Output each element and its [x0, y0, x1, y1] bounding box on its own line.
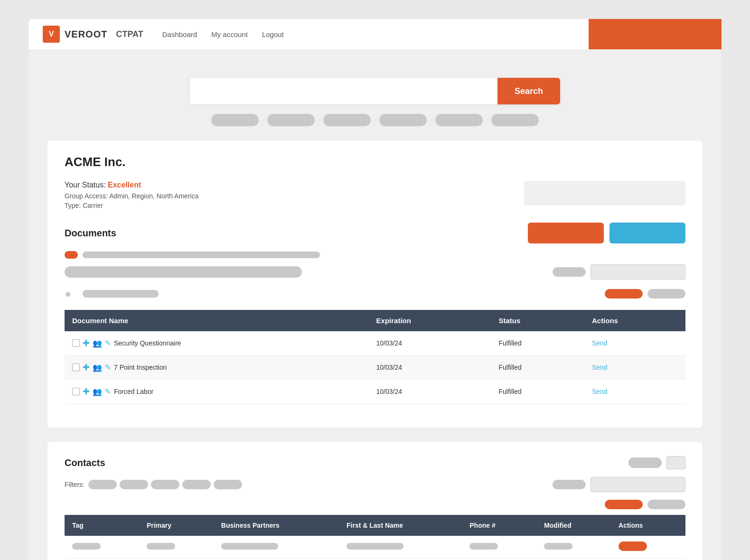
filter-pill-2[interactable] — [267, 114, 315, 126]
users-icon-3[interactable]: 👥 — [93, 387, 102, 396]
contact-primary-pill — [147, 543, 175, 550]
contact-phone-pill — [469, 543, 498, 550]
row-checkbox-1[interactable] — [72, 339, 80, 347]
table-row: ✚ 👥 ✎ Forced Labor 10/03/24 Fulfilled Se… — [65, 380, 685, 404]
user-btn-red[interactable] — [605, 289, 643, 299]
contacts-filter-input[interactable] — [591, 477, 685, 492]
users-icon-1[interactable]: 👥 — [93, 339, 102, 348]
status-row: Your Status: Excellent — [65, 181, 198, 189]
send-link-2[interactable]: Send — [592, 364, 608, 371]
logo-icon: V — [43, 26, 60, 43]
user-row-right — [605, 289, 685, 299]
documents-table: Document Name Expiration Status Actions — [65, 310, 685, 404]
col-status: Status — [491, 310, 584, 331]
brand-name: VEROOT — [65, 29, 107, 40]
documents-actions — [528, 223, 685, 243]
filters-label: Filters: — [65, 481, 84, 488]
contacts-btn-gray[interactable] — [647, 500, 685, 509]
contact-modified-pill — [544, 543, 572, 550]
contact-actions-cell — [611, 536, 685, 559]
edit-icon-2[interactable]: ✎ — [105, 363, 111, 372]
search-input[interactable] — [190, 78, 497, 104]
search-button[interactable]: Search — [497, 78, 560, 104]
filter-pill-1[interactable] — [211, 114, 259, 126]
contacts-col-phone: Phone # — [462, 515, 536, 536]
contacts-filter-row: Filters: — [65, 477, 685, 492]
group-access: Group Access: Admin, Region, North Ameri… — [65, 192, 198, 200]
nav-my-account[interactable]: My account — [211, 30, 248, 38]
status-right-widget — [524, 181, 685, 205]
contacts-filters-left: Filters: — [65, 480, 245, 489]
send-link-3[interactable]: Send — [592, 388, 608, 395]
contacts-title: Contacts — [65, 457, 105, 468]
contacts-table-head: Tag Primary Business Partners First & La… — [65, 515, 685, 536]
contact-action-btn[interactable] — [619, 541, 647, 551]
contacts-col-name: First & Last Name — [339, 515, 462, 536]
status-area: Your Status: Excellent Group Access: Adm… — [65, 181, 685, 209]
add-icon-3[interactable]: ✚ — [83, 386, 90, 397]
add-icon-1[interactable]: ✚ — [83, 338, 90, 348]
filter-tag-1[interactable] — [88, 480, 117, 489]
filter-pills-row — [47, 114, 703, 126]
contact-name-pill — [347, 543, 403, 550]
documents-orange-btn[interactable] — [528, 223, 604, 243]
col-actions: Actions — [584, 310, 685, 331]
contacts-toggle-box[interactable] — [666, 456, 685, 469]
edit-icon-3[interactable]: ✎ — [105, 387, 111, 396]
doc-filter-input[interactable] — [591, 264, 685, 280]
doc-name-1: Security Questionnaire — [114, 339, 181, 347]
filter-pill-3[interactable] — [323, 114, 371, 126]
search-wrapper: Search — [190, 78, 560, 104]
user-text — [83, 290, 159, 298]
user-btn-gray[interactable] — [647, 289, 685, 299]
doc-filter-row — [65, 264, 685, 280]
doc-name-cell: ✚ 👥 ✎ Forced Labor — [65, 380, 369, 404]
documents-blue-btn[interactable] — [609, 223, 685, 243]
doc-name-cell: ✚ 👥 ✎ 7 Point Inspection — [65, 355, 369, 380]
add-icon-2[interactable]: ✚ — [83, 362, 90, 373]
filter-tag-4[interactable] — [182, 480, 211, 489]
filter-tag-5[interactable] — [214, 480, 242, 489]
row-checkbox-2[interactable] — [72, 364, 80, 371]
nav-dashboard[interactable]: Dashboard — [162, 30, 197, 38]
logo-area: V VEROOT CTPAT — [43, 26, 143, 43]
contacts-btn-red[interactable] — [605, 500, 643, 509]
user-row-left: ● — [65, 287, 159, 300]
filter-pill-5[interactable] — [435, 114, 483, 126]
doc-action-2: Send — [584, 355, 685, 380]
doc-status-1: Fulfilled — [491, 331, 584, 355]
user-icon: ● — [65, 287, 78, 300]
contact-partners-pill — [221, 543, 278, 550]
documents-section: Documents — [65, 223, 685, 404]
doc-name-3: Forced Labor — [114, 388, 153, 395]
filter-pill-6[interactable] — [491, 114, 539, 126]
edit-icon-1[interactable]: ✎ — [105, 339, 111, 347]
documents-title: Documents — [65, 228, 116, 239]
contact-modified-cell — [536, 536, 611, 559]
status-label: Your Status: — [65, 181, 106, 189]
doc-action-1: Send — [584, 331, 685, 355]
users-icon-2[interactable]: 👥 — [93, 363, 102, 372]
status-value: Excellent — [108, 181, 141, 189]
contact-tag-cell — [65, 536, 139, 559]
contacts-col-partners: Business Partners — [214, 515, 339, 536]
row-icons: ✚ 👥 ✎ Forced Labor — [72, 386, 361, 397]
contacts-toggle-area — [628, 456, 685, 469]
row-icons: ✚ 👥 ✎ 7 Point Inspection — [72, 362, 361, 373]
doc-expiry-1: 10/03/24 — [369, 331, 491, 355]
row-checkbox-3[interactable] — [72, 388, 80, 395]
contacts-col-tag: Tag — [65, 515, 139, 536]
main-content: Search ACME Inc. Your Status: Excellent — [28, 49, 722, 560]
nav-logout[interactable]: Logout — [262, 30, 284, 38]
nav-links: Dashboard My account Logout — [162, 30, 284, 38]
filter-tag-2[interactable] — [120, 480, 148, 489]
filter-pill-4[interactable] — [379, 114, 427, 126]
contacts-table: Tag Primary Business Partners First & La… — [65, 515, 685, 559]
doc-search-bar[interactable] — [65, 266, 302, 278]
send-link-1[interactable]: Send — [592, 339, 608, 347]
search-area: Search — [47, 78, 703, 104]
company-name: ACME Inc. — [65, 155, 685, 169]
row-icons: ✚ 👥 ✎ Security Questionnaire — [72, 338, 361, 348]
user-row: ● — [65, 285, 685, 302]
filter-tag-3[interactable] — [151, 480, 179, 489]
